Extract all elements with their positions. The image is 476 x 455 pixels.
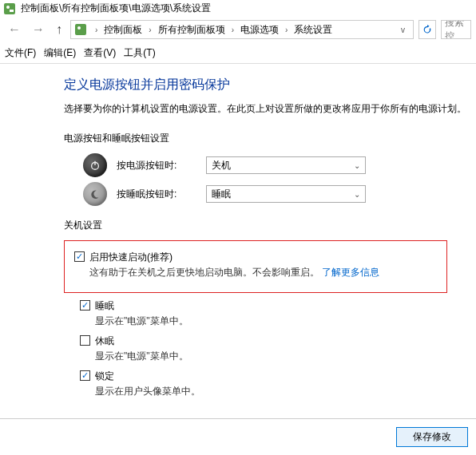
lock-label: 锁定 bbox=[95, 370, 114, 383]
page-heading: 定义电源按钮并启用密码保护 bbox=[64, 77, 476, 93]
refresh-button[interactable] bbox=[418, 20, 436, 39]
breadcrumb-item[interactable]: 电源选项 bbox=[240, 23, 279, 37]
sleep-button-value: 睡眠 bbox=[212, 188, 231, 201]
hibernate-label: 休眠 bbox=[95, 334, 114, 348]
sleep-icon bbox=[83, 182, 107, 206]
power-button-row: 按电源按钮时: 关机 ⌄ bbox=[83, 153, 476, 177]
sleep-button-row: 按睡眠按钮时: 睡眠 ⌄ bbox=[83, 182, 476, 206]
control-panel-icon bbox=[3, 2, 16, 15]
svg-point-1 bbox=[6, 6, 10, 9]
nav-toolbar: ← → ↑ › 控制面板 › 所有控制面板项 › 电源选项 › 系统设置 v 搜… bbox=[0, 17, 476, 43]
section-power-buttons: 电源按钮和睡眠按钮设置 bbox=[64, 132, 476, 145]
breadcrumb[interactable]: › 控制面板 › 所有控制面板项 › 电源选项 › 系统设置 v bbox=[70, 20, 414, 39]
chevron-down-icon: ⌄ bbox=[354, 190, 360, 199]
fast-startup-desc: 这有助于在关机之后更快地启动电脑。不会影响重启。 了解更多信息 bbox=[89, 266, 437, 279]
svg-rect-3 bbox=[75, 24, 86, 35]
sleep-button-dropdown[interactable]: 睡眠 ⌄ bbox=[206, 185, 366, 203]
breadcrumb-item[interactable]: 所有控制面板项 bbox=[158, 23, 225, 37]
chevron-down-icon[interactable]: v bbox=[396, 26, 410, 34]
chevron-right-icon: › bbox=[90, 26, 102, 34]
chevron-down-icon: ⌄ bbox=[354, 161, 360, 170]
sleep-button-label: 按睡眠按钮时: bbox=[117, 188, 196, 201]
menu-view[interactable]: 查看(V) bbox=[84, 46, 116, 60]
svg-rect-2 bbox=[10, 10, 14, 12]
learn-more-link[interactable]: 了解更多信息 bbox=[322, 267, 379, 278]
sleep-checkbox[interactable]: ✓ bbox=[80, 300, 90, 311]
fast-startup-label: 启用快速启动(推荐) bbox=[89, 251, 173, 264]
power-button-label: 按电源按钮时: bbox=[117, 159, 196, 172]
fast-startup-highlight: ✓ 启用快速启动(推荐) 这有助于在关机之后更快地启动电脑。不会影响重启。 了解… bbox=[64, 240, 447, 293]
sleep-label: 睡眠 bbox=[95, 299, 114, 313]
up-button[interactable]: ↑ bbox=[53, 21, 65, 38]
menu-file[interactable]: 文件(F) bbox=[5, 46, 36, 60]
search-input[interactable]: 搜索控 bbox=[441, 20, 471, 39]
section-shutdown: 关机设置 bbox=[64, 219, 476, 232]
button-bar: 保存修改 bbox=[0, 418, 476, 447]
menu-tools[interactable]: 工具(T) bbox=[124, 46, 155, 60]
refresh-icon bbox=[422, 24, 433, 35]
menu-bar: 文件(F) 编辑(E) 查看(V) 工具(T) bbox=[0, 43, 476, 64]
power-icon bbox=[83, 153, 107, 177]
search-placeholder: 搜索控 bbox=[445, 20, 467, 39]
power-button-value: 关机 bbox=[212, 159, 231, 172]
chevron-right-icon: › bbox=[227, 26, 239, 34]
hibernate-checkbox[interactable] bbox=[80, 335, 90, 346]
lock-desc: 显示在用户头像菜单中。 bbox=[95, 385, 476, 398]
forward-button[interactable]: → bbox=[29, 21, 48, 38]
window-title-text: 控制面板\所有控制面板项\电源选项\系统设置 bbox=[21, 2, 211, 15]
breadcrumb-item[interactable]: 控制面板 bbox=[104, 23, 142, 37]
menu-edit[interactable]: 编辑(E) bbox=[44, 46, 76, 60]
fast-startup-checkbox[interactable]: ✓ bbox=[74, 251, 85, 262]
svg-point-4 bbox=[77, 26, 81, 30]
sleep-desc: 显示在"电源"菜单中。 bbox=[95, 315, 476, 328]
chevron-right-icon: › bbox=[280, 26, 292, 34]
power-button-dropdown[interactable]: 关机 ⌄ bbox=[206, 156, 366, 174]
breadcrumb-item[interactable]: 系统设置 bbox=[294, 23, 332, 37]
window-title-bar: 控制面板\所有控制面板项\电源选项\系统设置 bbox=[0, 0, 476, 17]
back-button[interactable]: ← bbox=[5, 21, 24, 38]
control-panel-icon bbox=[74, 23, 87, 36]
chevron-right-icon: › bbox=[144, 26, 156, 34]
svg-rect-0 bbox=[4, 3, 15, 14]
lock-checkbox[interactable]: ✓ bbox=[80, 370, 90, 381]
page-subheading: 选择要为你的计算机设置的电源设置。在此页上对设置所做的更改将应用于你所有的电源计… bbox=[64, 101, 476, 116]
save-button[interactable]: 保存修改 bbox=[396, 427, 468, 447]
content-area: 定义电源按钮并启用密码保护 选择要为你的计算机设置的电源设置。在此页上对设置所做… bbox=[0, 64, 476, 398]
hibernate-desc: 显示在"电源"菜单中。 bbox=[95, 350, 476, 363]
